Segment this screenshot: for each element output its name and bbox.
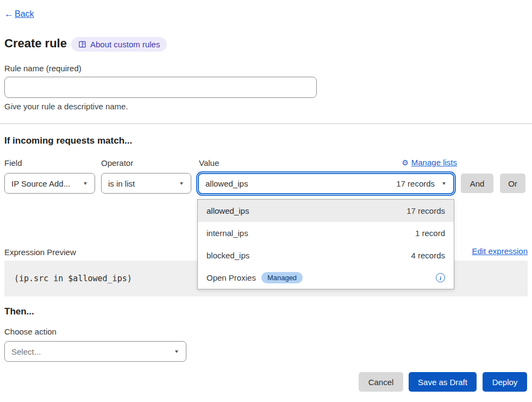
save-as-draft-button[interactable]: Save as Draft xyxy=(409,372,477,392)
edit-expression-link[interactable]: Edit expression xyxy=(472,246,528,256)
list-item-records: 4 records xyxy=(411,251,445,260)
about-badge-label: About custom rules xyxy=(90,40,160,49)
list-item-name: internal_ips xyxy=(206,228,248,238)
value-select-records: 17 records xyxy=(396,179,435,188)
rule-name-label: Rule name (required) xyxy=(4,64,82,73)
dropdown-item-blocked-ips[interactable]: blocked_ips 4 records xyxy=(198,244,454,267)
chevron-down-icon: ▼ xyxy=(441,181,447,186)
match-section-heading: If incoming requests match... xyxy=(4,135,132,146)
rule-name-helper: Give your rule a descriptive name. xyxy=(4,102,128,111)
choose-action-label: Choose action xyxy=(4,327,57,336)
chevron-down-icon: ▼ xyxy=(174,349,179,354)
about-custom-rules-badge[interactable]: About custom rules xyxy=(71,37,167,52)
cancel-button[interactable]: Cancel xyxy=(359,372,403,392)
and-button[interactable]: And xyxy=(461,174,493,193)
field-label: Field xyxy=(4,158,22,168)
operator-select-value: is in list xyxy=(108,179,135,188)
manage-lists-link[interactable]: ⚙ Manage lists xyxy=(402,158,457,167)
list-item-name: Open Proxies xyxy=(206,273,256,282)
section-divider xyxy=(0,123,532,124)
dropdown-item-internal-ips[interactable]: internal_ips 1 record xyxy=(198,222,454,244)
expression-preview-label: Expression Preview xyxy=(4,248,76,257)
operator-select[interactable]: is in list ▼ xyxy=(101,173,191,194)
action-select[interactable]: Select... ▼ xyxy=(4,341,186,362)
rule-name-input[interactable] xyxy=(4,77,317,98)
list-item-records: 17 records xyxy=(406,206,445,215)
value-select[interactable]: allowed_ips 17 records ▼ xyxy=(198,173,454,194)
back-link[interactable]: ←Back xyxy=(4,9,34,20)
value-select-value: allowed_ips xyxy=(205,179,248,188)
or-button[interactable]: Or xyxy=(500,174,525,193)
then-section-heading: Then... xyxy=(4,306,34,317)
expression-code: (ip.src in $allowed_ips) xyxy=(14,274,132,283)
value-label: Value xyxy=(199,158,219,168)
list-dropdown-panel: allowed_ips 17 records internal_ips 1 re… xyxy=(197,199,454,289)
field-select[interactable]: IP Source Add... ▼ xyxy=(4,173,95,194)
page-title: Create rule xyxy=(4,36,67,51)
book-icon xyxy=(78,40,86,48)
gear-icon: ⚙ xyxy=(402,158,409,167)
info-icon[interactable]: i xyxy=(436,273,445,282)
back-arrow-icon: ← xyxy=(4,9,14,20)
managed-badge: Managed xyxy=(261,272,303,283)
list-item-name: blocked_ips xyxy=(206,251,249,260)
deploy-button[interactable]: Deploy xyxy=(483,372,527,392)
chevron-down-icon: ▼ xyxy=(179,181,184,185)
operator-label: Operator xyxy=(101,158,133,168)
dropdown-item-open-proxies[interactable]: Open Proxies Managed i xyxy=(198,267,454,289)
list-item-name: allowed_ips xyxy=(206,206,249,215)
chevron-down-icon: ▼ xyxy=(83,181,88,185)
field-select-value: IP Source Add... xyxy=(11,179,70,188)
dropdown-item-allowed-ips[interactable]: allowed_ips 17 records xyxy=(198,200,454,222)
action-select-placeholder: Select... xyxy=(11,347,41,356)
list-item-records: 1 record xyxy=(415,228,445,238)
